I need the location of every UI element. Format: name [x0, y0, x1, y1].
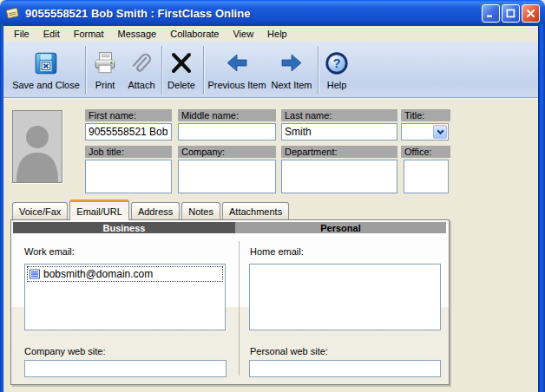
section-headers: Business Personal: [13, 222, 446, 233]
firstclass-contact-window: 9055558521 Bob Smith : FirstClass Online…: [0, 0, 545, 392]
tab-voice-fax[interactable]: Voice/Fax: [12, 202, 68, 219]
previous-item-label: Previous Item: [207, 80, 266, 90]
last-name-label: Last name:: [281, 109, 397, 121]
menu-help[interactable]: Help: [260, 27, 294, 41]
work-email-list[interactable]: bobsmith@domain.com: [24, 264, 226, 330]
contact-photo-placeholder[interactable]: [12, 110, 62, 183]
menu-collaborate[interactable]: Collaborate: [163, 27, 226, 41]
column-divider: [239, 241, 240, 376]
paperclip-icon: [128, 47, 154, 80]
menu-message[interactable]: Message: [111, 27, 164, 41]
job-title-label: Job title:: [85, 146, 172, 158]
work-email-label: Work email:: [24, 246, 75, 257]
toolbar-separator: [85, 46, 86, 95]
tab-email-url[interactable]: Email/URL: [69, 199, 129, 220]
company-input[interactable]: [178, 160, 276, 193]
print-label: Print: [95, 80, 115, 90]
next-item-button[interactable]: Next Item: [267, 47, 316, 94]
delete-label: Delete: [167, 80, 195, 90]
personal-section-header[interactable]: Personal: [235, 222, 446, 233]
toolbar-separator: [318, 46, 318, 95]
contact-card-icon: [5, 6, 20, 20]
company-web-site-label: Company web site:: [24, 346, 106, 356]
printer-icon: [92, 47, 118, 80]
close-button[interactable]: [522, 4, 540, 23]
department-input[interactable]: [281, 160, 397, 193]
menubar: File Edit Format Message Collaborate Vie…: [3, 26, 538, 42]
arrow-left-icon: [225, 47, 249, 80]
window-border-right: [538, 24, 545, 392]
save-and-close-label: Save and Close: [12, 80, 80, 90]
svg-text:?: ?: [332, 56, 340, 70]
delete-button[interactable]: Delete: [163, 47, 200, 94]
middle-name-input[interactable]: [178, 123, 276, 140]
toolbar: Save and Close Print: [3, 42, 538, 98]
email-url-panel: Business Personal Work email: bobsmith@d…: [10, 219, 450, 385]
next-item-label: Next Item: [271, 80, 312, 90]
titlebar[interactable]: 9055558521 Bob Smith : FirstClass Online: [0, 0, 545, 26]
department-label: Department:: [281, 146, 397, 158]
attach-label: Attach: [128, 80, 154, 90]
first-name-label: First name:: [85, 109, 172, 121]
tab-notes[interactable]: Notes: [181, 202, 220, 219]
arrow-right-icon: [279, 47, 304, 80]
delete-x-icon: [169, 47, 194, 80]
save-close-disk-icon: [33, 47, 59, 80]
menu-format[interactable]: Format: [67, 27, 111, 41]
toolbar-separator: [203, 46, 204, 95]
middle-name-label: Middle name:: [178, 109, 276, 121]
tab-address[interactable]: Address: [131, 202, 180, 219]
title-label: Title:: [401, 109, 450, 121]
personal-web-site-input[interactable]: [249, 360, 441, 377]
office-label: Office:: [401, 146, 450, 158]
help-label: Help: [327, 80, 347, 90]
contact-header-form: First name: Middle name: Last name: Titl…: [3, 98, 538, 199]
menu-edit[interactable]: Edit: [36, 27, 67, 41]
tab-attachments[interactable]: Attachments: [222, 202, 289, 219]
company-label: Company:: [178, 146, 276, 158]
home-email-list[interactable]: [249, 264, 441, 330]
job-title-input[interactable]: [85, 160, 172, 193]
tab-bar: Voice/Fax Email/URL Address Notes Attach…: [3, 199, 291, 219]
work-email-text: bobsmith@domain.com: [43, 268, 153, 280]
menu-view[interactable]: View: [226, 27, 260, 41]
personal-web-site-label: Personal web site:: [250, 346, 328, 356]
chevron-down-icon[interactable]: [433, 125, 447, 139]
help-button[interactable]: ? Help: [319, 47, 354, 94]
menu-file[interactable]: File: [7, 27, 36, 41]
maximize-button[interactable]: [502, 4, 520, 23]
work-email-item[interactable]: bobsmith@domain.com: [27, 266, 223, 282]
first-name-input[interactable]: [85, 123, 172, 140]
save-and-close-button[interactable]: Save and Close: [9, 47, 83, 94]
print-button[interactable]: Print: [87, 47, 123, 94]
toolbar-separator: [161, 46, 162, 95]
window-title: 9055558521 Bob Smith : FirstClass Online: [25, 7, 482, 20]
last-name-input[interactable]: [281, 123, 397, 140]
attach-button[interactable]: Attach: [123, 47, 160, 94]
home-email-label: Home email:: [250, 246, 304, 257]
help-question-icon: ?: [324, 47, 350, 80]
email-address-icon: [30, 269, 40, 279]
minimize-button[interactable]: [482, 4, 500, 23]
business-section-header[interactable]: Business: [13, 222, 235, 233]
previous-item-button[interactable]: Previous Item: [207, 47, 267, 94]
office-input[interactable]: [404, 160, 449, 193]
silhouette-icon: [13, 111, 62, 182]
title-select[interactable]: [401, 123, 449, 140]
company-web-site-input[interactable]: [24, 360, 227, 377]
